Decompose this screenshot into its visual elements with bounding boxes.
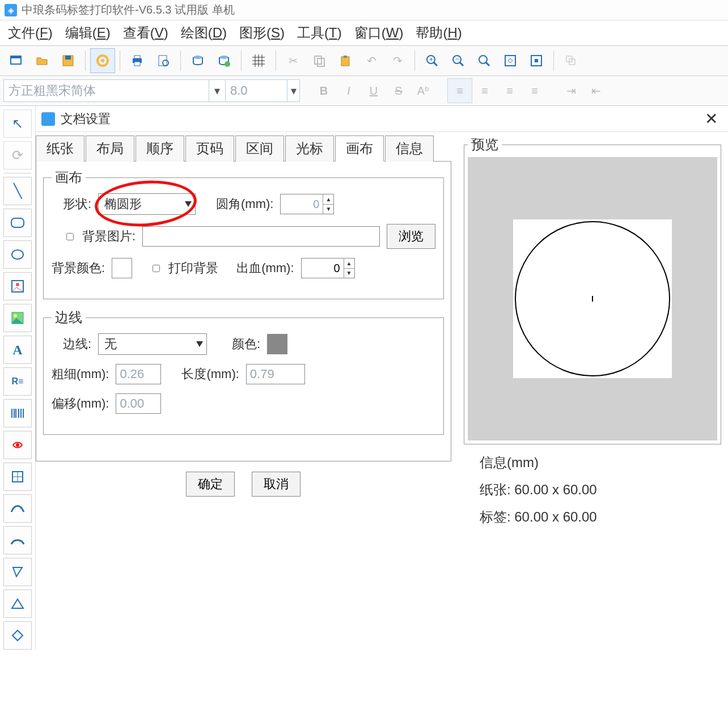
tab-range[interactable]: 区间 xyxy=(235,135,284,162)
shape-select[interactable]: 椭圆形 xyxy=(98,193,196,215)
copy-icon[interactable] xyxy=(307,48,332,73)
spin-down-icon[interactable]: ▼ xyxy=(323,205,333,214)
spin-up-icon[interactable]: ▲ xyxy=(344,258,354,269)
strikethrough-icon[interactable]: S xyxy=(386,78,411,103)
undo-icon[interactable]: ↶ xyxy=(359,48,384,73)
outdent-icon[interactable]: ⇤ xyxy=(583,78,608,103)
menu-tool[interactable]: 工具(T) xyxy=(297,24,342,42)
separator xyxy=(414,50,415,71)
svg-line-31 xyxy=(486,62,489,66)
spin-up-icon[interactable]: ▲ xyxy=(323,194,333,205)
zoom-fit-icon[interactable] xyxy=(472,48,497,73)
offset-input[interactable] xyxy=(116,393,161,414)
pointer-tool-icon[interactable]: ↖ xyxy=(3,109,32,138)
bleed-input[interactable] xyxy=(302,258,344,278)
rounded-rect-tool-icon[interactable] xyxy=(3,209,32,237)
underline-icon[interactable]: U xyxy=(361,78,386,103)
barcode-tool-icon[interactable] xyxy=(3,399,32,427)
menu-window[interactable]: 窗口(W) xyxy=(354,24,404,42)
close-icon[interactable]: ✕ xyxy=(700,109,722,128)
font-size-combo[interactable]: ▾ xyxy=(225,79,300,102)
chevron-down-icon[interactable]: ▾ xyxy=(287,80,299,101)
tab-info[interactable]: 信息 xyxy=(385,135,434,162)
thickness-label: 粗细(mm): xyxy=(52,366,109,383)
menu-file[interactable]: 文件(F) xyxy=(8,24,53,42)
richtext-tool-icon[interactable]: R≡ xyxy=(3,367,32,396)
image-placeholder-tool-icon[interactable] xyxy=(3,272,32,300)
paper-value: 60.00 x 60.00 xyxy=(514,482,596,497)
tab-order[interactable]: 顺序 xyxy=(136,135,184,162)
align-center-icon[interactable]: ≡ xyxy=(472,78,497,103)
canvas-group: 画布 形状: 椭圆形 圆角(mm): xyxy=(43,168,444,299)
menu-help[interactable]: 帮助(H) xyxy=(416,24,462,42)
font-size-input[interactable] xyxy=(226,81,287,100)
browse-button[interactable]: 浏览 xyxy=(387,224,435,249)
spin-down-icon[interactable]: ▼ xyxy=(344,269,354,278)
database-icon[interactable] xyxy=(185,48,210,73)
ellipse-tool-icon[interactable] xyxy=(3,240,32,269)
cut-icon[interactable]: ✂ xyxy=(281,48,306,73)
italic-icon[interactable]: I xyxy=(336,78,361,103)
triangle-tool-icon[interactable] xyxy=(3,590,32,618)
zoom-in-icon[interactable]: + xyxy=(420,48,445,73)
print-icon[interactable] xyxy=(125,48,150,73)
fullscreen-icon[interactable] xyxy=(498,48,523,73)
align-left-icon[interactable]: ≡ xyxy=(447,78,472,103)
font-name-input[interactable] xyxy=(4,81,209,100)
text-tool-icon[interactable]: A xyxy=(3,336,32,364)
line-tool-icon[interactable]: ╲ xyxy=(3,177,32,205)
tab-page[interactable]: 页码 xyxy=(185,135,234,162)
radius-input[interactable] xyxy=(281,194,323,214)
tab-cursor[interactable]: 光标 xyxy=(285,135,334,162)
qrcode-tool-icon[interactable] xyxy=(3,431,32,459)
open-icon[interactable] xyxy=(29,48,54,73)
align-right-icon[interactable]: ≡ xyxy=(497,78,522,103)
bg-color-swatch[interactable] xyxy=(112,258,132,278)
redo-icon[interactable]: ↷ xyxy=(385,48,410,73)
indent-icon[interactable]: ⇥ xyxy=(558,78,583,103)
print-bg-checkbox[interactable] xyxy=(153,265,160,272)
arc-tool-icon[interactable] xyxy=(3,526,32,554)
settings-icon[interactable] xyxy=(90,48,115,73)
menu-shape[interactable]: 图形(S) xyxy=(239,24,285,42)
chevron-down-icon[interactable]: ▾ xyxy=(209,80,225,101)
paste-icon[interactable] xyxy=(333,48,358,73)
bg-image-input[interactable] xyxy=(142,226,380,247)
line-select[interactable]: 无 xyxy=(98,333,207,355)
print-preview-icon[interactable] xyxy=(151,48,176,73)
polygon-tool-icon[interactable] xyxy=(3,558,32,586)
menu-view[interactable]: 查看(V) xyxy=(123,24,168,42)
bleed-spinner[interactable]: ▲▼ xyxy=(301,258,355,278)
tab-canvas[interactable]: 画布 xyxy=(335,135,384,162)
rotate-tool-icon[interactable]: ⟳ xyxy=(3,141,32,169)
curve-tool-icon[interactable] xyxy=(3,494,32,523)
preview-group: 预览 xyxy=(464,135,721,444)
bold-icon[interactable]: B xyxy=(311,78,336,103)
zoom-out-icon[interactable]: − xyxy=(446,48,471,73)
font-name-combo[interactable]: ▾ xyxy=(3,79,226,102)
table-tool-icon[interactable] xyxy=(3,463,32,491)
cancel-button[interactable]: 取消 xyxy=(252,472,300,497)
superscript-icon[interactable]: Aᵇ xyxy=(411,78,436,103)
ok-button[interactable]: 确定 xyxy=(186,472,235,497)
database-sync-icon[interactable] xyxy=(211,48,236,73)
label-label: 标签: xyxy=(480,509,511,524)
save-icon[interactable] xyxy=(56,48,81,73)
line-color-swatch[interactable] xyxy=(267,334,287,354)
new-doc-icon[interactable] xyxy=(3,48,28,73)
bg-image-checkbox[interactable] xyxy=(66,233,74,240)
center-icon[interactable] xyxy=(524,48,549,73)
grid-icon[interactable] xyxy=(246,48,271,73)
thickness-input[interactable] xyxy=(116,364,161,384)
image-tool-icon[interactable] xyxy=(3,304,32,332)
align-justify-icon[interactable]: ≡ xyxy=(522,78,547,103)
tab-paper[interactable]: 纸张 xyxy=(36,135,84,162)
menu-draw[interactable]: 绘图(D) xyxy=(181,24,227,42)
diamond-tool-icon[interactable] xyxy=(3,621,32,650)
radius-spinner[interactable]: ▲▼ xyxy=(280,194,334,214)
length-input[interactable] xyxy=(246,364,305,384)
menu-edit[interactable]: 编辑(E) xyxy=(65,24,111,42)
radius-label: 圆角(mm): xyxy=(216,196,273,213)
tab-layout[interactable]: 布局 xyxy=(86,135,134,162)
layers-icon[interactable] xyxy=(558,48,583,73)
